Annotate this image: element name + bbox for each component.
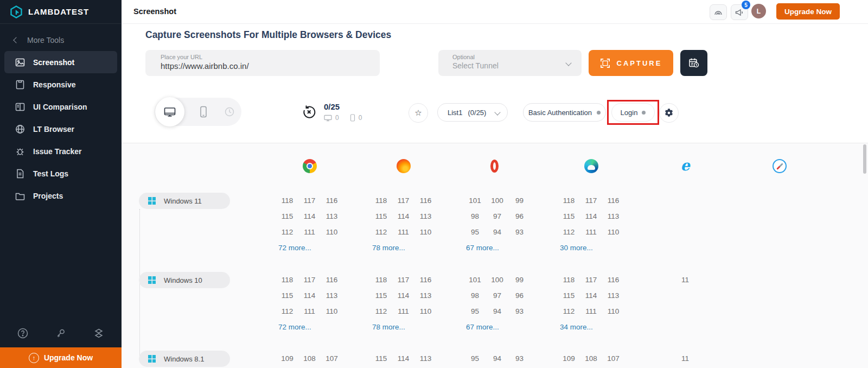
browser-version[interactable]: 113 (321, 288, 343, 303)
browser-version[interactable]: 113 (321, 208, 343, 224)
browser-version[interactable]: 114 (392, 288, 414, 303)
browser-version[interactable]: 100 (486, 193, 508, 208)
more-versions-link[interactable]: 67 more... (466, 323, 499, 331)
browser-version[interactable]: 98 (464, 288, 486, 303)
browser-version[interactable]: 115 (558, 288, 580, 303)
sidebar-item-lt-browser[interactable]: LT Browser (4, 118, 117, 140)
capture-button[interactable]: CAPTURE (589, 50, 673, 76)
browser-version[interactable]: 115 (276, 288, 298, 303)
browser-version[interactable]: 100 (486, 272, 508, 288)
upgrade-now-button[interactable]: Upgrade Now (776, 3, 840, 20)
browser-version[interactable]: 96 (508, 288, 531, 303)
browser-version[interactable]: 110 (602, 303, 624, 319)
browser-version[interactable]: 109 (276, 351, 298, 366)
browser-version[interactable]: 112 (276, 224, 298, 240)
sidebar-item-ui-comparison[interactable]: UI Comparison (4, 96, 117, 118)
browser-version[interactable]: 97 (486, 208, 508, 224)
browser-version[interactable]: 113 (414, 288, 437, 303)
browser-version[interactable]: 101 (464, 193, 486, 208)
browser-version[interactable]: 117 (298, 272, 321, 288)
browser-version[interactable]: 112 (276, 303, 298, 319)
browser-version[interactable]: 114 (298, 208, 321, 224)
browser-version[interactable]: 115 (276, 208, 298, 224)
browser-version[interactable]: 11 (681, 272, 689, 288)
more-tools-back[interactable]: More Tools (14, 36, 122, 45)
brand-logo[interactable]: LAMBDATEST (0, 0, 122, 24)
browser-version[interactable]: 115 (370, 288, 392, 303)
more-versions-link[interactable]: 72 more... (278, 323, 311, 331)
product-updates-button[interactable] (710, 4, 727, 20)
settings-button[interactable] (659, 103, 679, 123)
desktop-toggle[interactable] (155, 97, 184, 126)
sidebar-item-test-logs[interactable]: Test Logs (4, 162, 117, 185)
browser-version[interactable]: 116 (414, 193, 437, 208)
browser-version[interactable]: 108 (298, 351, 321, 366)
browser-version[interactable]: 109 (558, 351, 580, 366)
more-versions-link[interactable]: 72 more... (278, 244, 311, 252)
browser-version[interactable]: 117 (580, 272, 602, 288)
sidebar-item-issue-tracker[interactable]: Issue Tracker (4, 140, 117, 162)
favorites-button[interactable]: ☆ (409, 103, 428, 123)
browser-version[interactable]: 93 (508, 351, 531, 366)
tunnel-select[interactable]: Optional Select Tunnel (438, 50, 582, 76)
browser-version[interactable]: 114 (392, 351, 414, 366)
browser-version[interactable]: 96 (508, 208, 531, 224)
timer-toggle[interactable] (219, 98, 240, 126)
browser-version[interactable]: 108 (580, 351, 602, 366)
browser-version[interactable]: 116 (321, 193, 343, 208)
browser-version[interactable]: 117 (298, 193, 321, 208)
browser-version[interactable]: 111 (392, 303, 414, 319)
list-dropdown[interactable]: List1 (0/25) (437, 103, 508, 122)
browser-version[interactable]: 94 (486, 351, 508, 366)
browser-version[interactable]: 111 (580, 303, 602, 319)
browser-version[interactable]: 113 (602, 288, 624, 303)
browser-version[interactable]: 115 (370, 208, 392, 224)
sidebar-upgrade-button[interactable]: ↑ Upgrade Now (0, 347, 122, 368)
browser-version[interactable]: 110 (321, 303, 343, 319)
url-input[interactable]: Place your URL https://www.airbnb.co.in/ (145, 50, 380, 76)
os-pill[interactable]: Windows 11 (139, 193, 230, 209)
browser-version[interactable]: 115 (558, 208, 580, 224)
sidebar-item-responsive[interactable]: Responsive (4, 73, 117, 96)
vertical-scrollbar[interactable] (863, 144, 866, 174)
login-button[interactable]: Login (611, 103, 655, 122)
key-icon[interactable] (54, 327, 67, 340)
browser-version[interactable]: 93 (508, 224, 531, 240)
sidebar-item-projects[interactable]: Projects (4, 185, 117, 207)
browser-version[interactable]: 116 (602, 193, 624, 208)
browser-version[interactable]: 112 (558, 224, 580, 240)
browser-version[interactable]: 110 (414, 303, 437, 319)
browser-version[interactable]: 112 (370, 303, 392, 319)
browser-version[interactable]: 115 (370, 351, 392, 366)
browser-version[interactable]: 118 (370, 193, 392, 208)
reset-selection-button[interactable] (301, 104, 317, 120)
more-versions-link[interactable]: 30 more... (560, 244, 593, 252)
browser-version[interactable]: 114 (298, 288, 321, 303)
browser-version[interactable]: 95 (464, 224, 486, 240)
browser-version[interactable]: 114 (580, 208, 602, 224)
avatar[interactable]: L (751, 4, 766, 18)
browser-version[interactable]: 11 (681, 351, 689, 366)
browser-version[interactable]: 113 (414, 208, 437, 224)
browser-version[interactable]: 94 (486, 224, 508, 240)
more-versions-link[interactable]: 78 more... (372, 244, 405, 252)
help-icon[interactable] (16, 327, 29, 340)
browser-version[interactable]: 116 (414, 272, 437, 288)
browser-version[interactable]: 101 (464, 272, 486, 288)
browser-version[interactable]: 95 (464, 351, 486, 366)
browser-version[interactable]: 113 (414, 351, 437, 366)
browser-version[interactable]: 114 (580, 288, 602, 303)
browser-version[interactable]: 118 (276, 272, 298, 288)
browser-version[interactable]: 116 (602, 272, 624, 288)
basic-authentication-button[interactable]: Basic Authentication (523, 103, 606, 122)
sidebar-item-screenshot[interactable]: Screenshot (4, 51, 117, 73)
schedule-screenshot-button[interactable] (680, 50, 707, 76)
browser-version[interactable]: 117 (580, 193, 602, 208)
browser-version[interactable]: 117 (392, 272, 414, 288)
browser-version[interactable]: 118 (558, 193, 580, 208)
layers-icon[interactable] (92, 327, 105, 340)
browser-version[interactable]: 93 (508, 303, 531, 319)
browser-version[interactable]: 114 (392, 208, 414, 224)
browser-version[interactable]: 99 (508, 272, 531, 288)
browser-version[interactable]: 110 (321, 224, 343, 240)
